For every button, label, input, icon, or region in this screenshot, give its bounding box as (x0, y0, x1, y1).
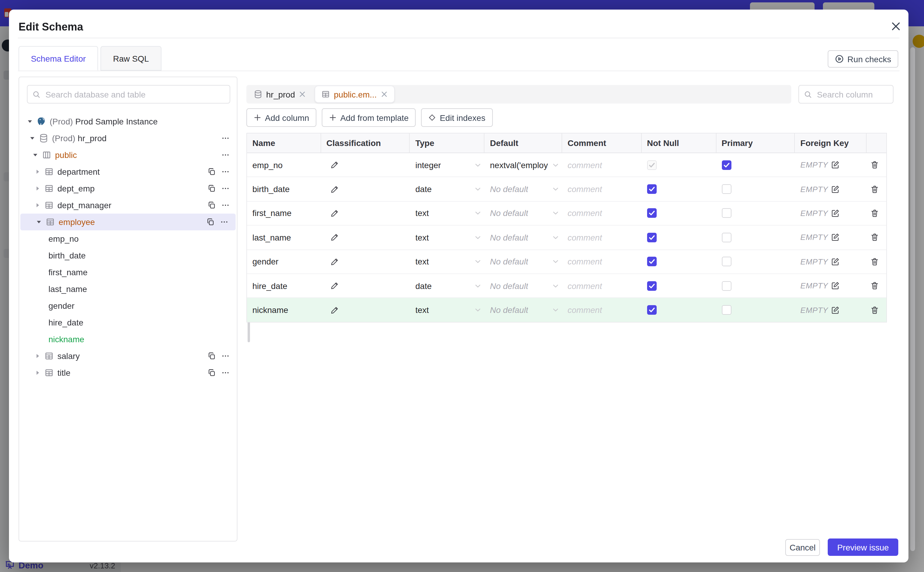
more-icon[interactable] (221, 151, 229, 159)
close-tab-icon[interactable] (299, 90, 307, 98)
foreign-key-edit-icon[interactable] (830, 185, 839, 194)
trash-icon[interactable] (870, 209, 879, 218)
trash-icon[interactable] (870, 233, 879, 242)
copy-icon[interactable] (208, 184, 216, 193)
column-search-input[interactable] (816, 89, 888, 99)
tree-node-gender[interactable]: gender (19, 297, 237, 314)
cell-default[interactable]: No default (485, 177, 563, 201)
tree-node-nickname[interactable]: nickname (19, 331, 237, 348)
foreign-key-edit-icon[interactable] (830, 209, 839, 218)
more-icon[interactable] (220, 218, 228, 226)
cell-comment[interactable]: comment (562, 298, 642, 322)
primary-checkbox[interactable] (722, 160, 731, 169)
cell-type[interactable]: integer (410, 153, 485, 177)
not-null-checkbox[interactable] (647, 305, 657, 315)
caret-down-icon[interactable] (26, 118, 34, 125)
close-tab-icon[interactable] (380, 90, 388, 98)
copy-icon[interactable] (208, 201, 216, 210)
not-null-checkbox[interactable] (647, 233, 657, 242)
more-icon[interactable] (221, 352, 229, 360)
cell-default[interactable]: No default (485, 225, 563, 249)
caret-right-icon[interactable] (34, 353, 41, 360)
cell-default[interactable]: No default (485, 250, 563, 274)
window-scrollbar[interactable] (910, 47, 915, 551)
cell-default[interactable]: No default (485, 274, 563, 298)
caret-down-icon[interactable] (29, 135, 36, 142)
cell-type[interactable]: text (410, 298, 485, 322)
add-from-template-button[interactable]: Add from template (322, 108, 416, 127)
tree-search-input[interactable] (44, 89, 225, 99)
primary-checkbox[interactable] (722, 233, 731, 242)
foreign-key-edit-icon[interactable] (830, 233, 839, 242)
classification-edit-icon[interactable] (330, 281, 339, 290)
tree-node-employee[interactable]: employee (20, 214, 236, 230)
tree-node-hire_date[interactable]: hire_date (19, 314, 237, 331)
more-icon[interactable] (221, 168, 229, 176)
tree-node-department[interactable]: department (19, 163, 237, 180)
tab-raw-sql[interactable]: Raw SQL (101, 46, 161, 71)
tree-node-title[interactable]: title (19, 364, 237, 381)
caret-right-icon[interactable] (34, 185, 41, 192)
not-null-checkbox[interactable] (647, 184, 657, 194)
classification-edit-icon[interactable] (330, 305, 339, 314)
trash-icon[interactable] (870, 257, 879, 266)
cell-comment[interactable]: comment (562, 250, 642, 274)
cell-type[interactable]: text (410, 250, 485, 274)
caret-right-icon[interactable] (34, 202, 41, 209)
classification-edit-icon[interactable] (330, 233, 339, 242)
copy-icon[interactable] (208, 352, 216, 360)
cell-type[interactable]: text (410, 202, 485, 225)
foreign-key-edit-icon[interactable] (830, 305, 839, 314)
caret-right-icon[interactable] (34, 369, 41, 376)
foreign-key-edit-icon[interactable] (830, 257, 839, 266)
edit-indexes-button[interactable]: Edit indexes (421, 108, 493, 127)
more-icon[interactable] (221, 184, 229, 193)
tree-node-emp_no[interactable]: emp_no (19, 230, 237, 247)
more-icon[interactable] (221, 134, 229, 142)
preview-issue-button[interactable]: Preview issue (828, 538, 898, 556)
not-null-checkbox[interactable] (647, 208, 657, 218)
caret-right-icon[interactable] (34, 168, 41, 175)
classification-edit-icon[interactable] (330, 185, 339, 194)
primary-checkbox[interactable] (722, 208, 731, 218)
trash-icon[interactable] (870, 305, 879, 314)
classification-edit-icon[interactable] (330, 257, 339, 266)
cell-type[interactable]: text (410, 225, 485, 249)
foreign-key-edit-icon[interactable] (830, 281, 839, 290)
trash-icon[interactable] (870, 281, 879, 290)
open-tab-public-em-[interactable]: public.em... (315, 85, 395, 103)
close-icon[interactable] (890, 21, 901, 32)
tree-node-dept_emp[interactable]: dept_emp (19, 180, 237, 197)
classification-edit-icon[interactable] (330, 160, 339, 169)
tree-node-first_name[interactable]: first_name (19, 264, 237, 281)
cell-comment[interactable]: comment (562, 153, 642, 177)
more-icon[interactable] (221, 201, 229, 210)
classification-edit-icon[interactable] (330, 209, 339, 218)
cell-default[interactable]: No default (485, 298, 563, 322)
tree-node-dept_manager[interactable]: dept_manager (19, 197, 237, 214)
add-column-button[interactable]: Add column (247, 108, 316, 127)
copy-icon[interactable] (208, 168, 216, 176)
cell-comment[interactable]: comment (562, 274, 642, 298)
cell-comment[interactable]: comment (562, 202, 642, 225)
primary-checkbox[interactable] (722, 257, 731, 267)
cell-comment[interactable]: comment (562, 225, 642, 249)
more-icon[interactable] (221, 368, 229, 377)
tab-schema-editor[interactable]: Schema Editor (19, 46, 98, 71)
cell-comment[interactable]: comment (562, 177, 642, 201)
tree-node-birth_date[interactable]: birth_date (19, 247, 237, 264)
foreign-key-edit-icon[interactable] (830, 160, 839, 169)
primary-checkbox[interactable] (722, 184, 731, 194)
cell-type[interactable]: date (410, 274, 485, 298)
caret-down-icon[interactable] (35, 218, 42, 225)
cancel-button[interactable]: Cancel (785, 539, 820, 556)
cell-default[interactable]: nextval('employ (485, 153, 563, 177)
trash-icon[interactable] (870, 160, 879, 169)
primary-checkbox[interactable] (722, 281, 731, 291)
tree-node-public[interactable]: public (19, 146, 237, 163)
open-tab-hr_prod[interactable]: hr_prod (248, 86, 313, 102)
tree-node-last_name[interactable]: last_name (19, 281, 237, 297)
run-checks-button[interactable]: Run checks (828, 50, 898, 68)
not-null-checkbox[interactable] (647, 281, 657, 291)
copy-icon[interactable] (206, 218, 215, 226)
